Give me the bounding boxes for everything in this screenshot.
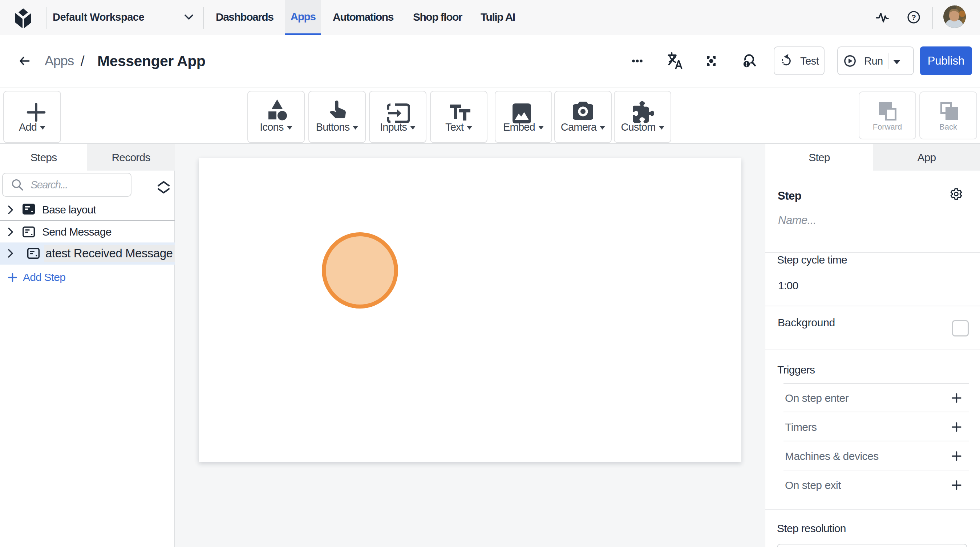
svg-text:?: ? [912, 13, 916, 21]
